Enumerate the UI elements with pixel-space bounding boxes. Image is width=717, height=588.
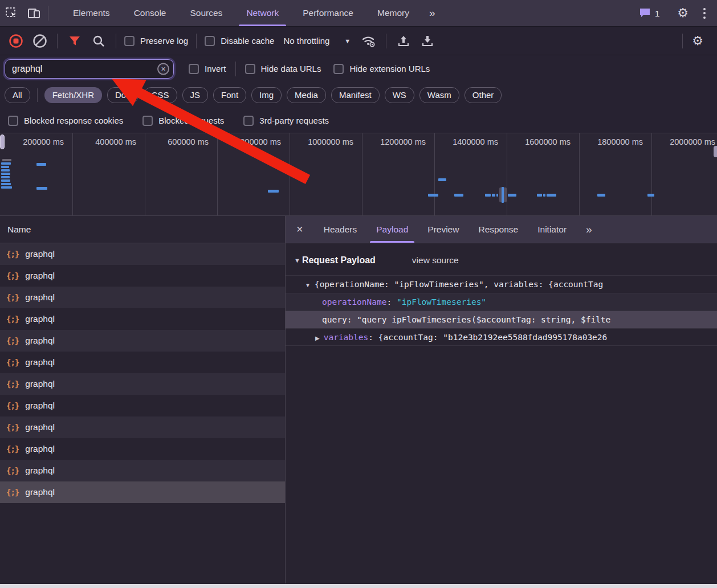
tabbar-separator: [48, 6, 48, 21]
tab-memory[interactable]: Memory: [365, 0, 421, 26]
collapsed-triangle-icon[interactable]: ▶: [315, 329, 320, 346]
request-row[interactable]: {;}graphql: [0, 460, 285, 481]
preserve-log-checkbox[interactable]: Preserve log: [124, 36, 188, 46]
clear-network-log-button[interactable]: [31, 32, 49, 50]
record-network-log-button[interactable]: [7, 32, 25, 50]
checkbox-box[interactable]: [333, 64, 344, 74]
timeline-tick-label: 2000000 ms: [651, 137, 717, 149]
timeline-tick-label: 1000000 ms: [290, 137, 362, 149]
waterfall-bar: [647, 194, 654, 197]
filter-chip-other[interactable]: Other: [465, 87, 502, 104]
clear-filter-icon[interactable]: ×: [157, 63, 169, 75]
tab-performance[interactable]: Performance: [291, 0, 365, 26]
request-row[interactable]: {;}graphql: [0, 416, 285, 438]
request-name: graphql: [25, 271, 55, 281]
network-filter-row: × Invert Hide data URLs Hide extension U…: [0, 55, 717, 82]
request-row[interactable]: {;}graphql: [0, 243, 285, 265]
filter-chip-js[interactable]: JS: [182, 87, 209, 104]
filter-chip-img[interactable]: Img: [251, 87, 282, 104]
payload-row[interactable]: ▼{operationName: "ipFlowTimeseries", var…: [286, 275, 717, 293]
tab-sources[interactable]: Sources: [178, 0, 235, 26]
network-settings-gear-icon[interactable]: ⚙: [685, 34, 710, 48]
request-row[interactable]: {;}graphql: [0, 265, 285, 287]
devtools-kebab-menu-icon[interactable]: [695, 8, 714, 19]
payload-row[interactable]: operationName: "ipFlowTimeseries": [286, 293, 717, 311]
collapse-triangle-icon[interactable]: ▼: [294, 257, 300, 264]
request-row[interactable]: {;}graphql: [0, 481, 285, 503]
request-row[interactable]: {;}graphql: [0, 330, 285, 352]
request-name: graphql: [25, 487, 55, 497]
more-tabs-chevron-icon[interactable]: »: [421, 0, 445, 26]
filter-chip-all[interactable]: All: [5, 87, 30, 104]
tab-elements[interactable]: Elements: [61, 0, 122, 26]
blocked-requests-checkbox[interactable]: Blocked requests: [142, 116, 224, 126]
detail-tab-response[interactable]: Response: [469, 216, 528, 243]
request-name: graphql: [25, 249, 55, 259]
request-row[interactable]: {;}graphql: [0, 438, 285, 460]
request-row[interactable]: {;}graphql: [0, 373, 285, 395]
hide-extension-urls-checkbox[interactable]: Hide extension URLs: [333, 64, 430, 74]
detail-tab-initiator[interactable]: Initiator: [528, 216, 576, 243]
export-har-icon[interactable]: [418, 32, 437, 50]
checkbox-box[interactable]: [124, 36, 135, 46]
invert-checkbox[interactable]: Invert: [189, 64, 226, 74]
json-fetch-icon: {;}: [6, 293, 19, 302]
network-overview-timeline[interactable]: 200000 ms400000 ms600000 ms800000 ms1000…: [0, 133, 717, 216]
device-toolbar-icon[interactable]: [23, 0, 46, 26]
request-row[interactable]: {;}graphql: [0, 395, 285, 416]
tab-network[interactable]: Network: [234, 0, 291, 26]
search-icon[interactable]: [89, 32, 108, 50]
inspect-element-icon[interactable]: [0, 0, 23, 26]
expanded-triangle-icon[interactable]: ▼: [305, 276, 311, 293]
detail-tab-preview[interactable]: Preview: [418, 216, 469, 243]
json-fetch-icon: {;}: [6, 379, 19, 389]
request-row[interactable]: {;}graphql: [0, 308, 285, 330]
filter-chip-css[interactable]: CSS: [144, 87, 177, 104]
json-fetch-icon: {;}: [6, 358, 19, 367]
blocked-response-cookies-checkbox[interactable]: Blocked response cookies: [8, 116, 123, 126]
tab-console[interactable]: Console: [122, 0, 178, 26]
issues-button[interactable]: 1: [633, 7, 665, 20]
code-segment: : "query ipFlowTimeseries($accountTag: s…: [347, 315, 611, 324]
issues-bubble-icon: [639, 7, 651, 20]
filter-chip-font[interactable]: Font: [213, 87, 246, 104]
request-rows: {;}graphql{;}graphql{;}graphql{;}graphql…: [0, 243, 285, 503]
disable-cache-checkbox[interactable]: Disable cache: [205, 36, 274, 46]
code-segment: : {accountTag: "b12e3b2192ee5588fdad9951…: [368, 333, 607, 342]
throttling-dropdown[interactable]: No throttling ▼: [280, 36, 354, 46]
filter-chip-doc[interactable]: Doc: [107, 87, 138, 104]
detail-tab-headers[interactable]: Headers: [314, 216, 367, 243]
checkbox-box[interactable]: [142, 116, 153, 126]
checkbox-box[interactable]: [205, 36, 215, 46]
3rd-party-requests-checkbox[interactable]: 3rd-party requests: [243, 116, 329, 126]
code-segment: :: [387, 297, 397, 307]
filter-chip-media[interactable]: Media: [287, 87, 326, 104]
filter-input[interactable]: [5, 60, 173, 78]
checkbox-box[interactable]: [243, 116, 254, 126]
request-row[interactable]: {;}graphql: [0, 352, 285, 373]
chip-separator: [37, 88, 38, 102]
detail-tab-payload[interactable]: Payload: [366, 216, 418, 243]
waterfall-bar: [454, 194, 463, 197]
json-fetch-icon: {;}: [6, 444, 19, 454]
detail-more-tabs-chevron-icon[interactable]: »: [576, 216, 603, 243]
filter-chip-fetch-xhr[interactable]: Fetch/XHR: [44, 87, 102, 104]
checkbox-box[interactable]: [245, 64, 255, 74]
filter-chip-manifest[interactable]: Manifest: [331, 87, 380, 104]
filter-chip-ws[interactable]: WS: [385, 87, 414, 104]
request-row[interactable]: {;}graphql: [0, 287, 285, 308]
checkbox-box[interactable]: [8, 116, 18, 126]
filter-chip-wasm[interactable]: Wasm: [419, 87, 459, 104]
timeline-tick-label: 800000 ms: [217, 137, 290, 149]
filter-button[interactable]: [66, 32, 84, 50]
view-source-link[interactable]: view source: [412, 255, 459, 266]
name-column-header[interactable]: Name: [0, 216, 285, 243]
payload-row[interactable]: query: "query ipFlowTimeseries($accountT…: [286, 311, 717, 328]
import-har-icon[interactable]: [394, 32, 413, 50]
close-details-icon[interactable]: ×: [286, 216, 314, 243]
hide-data-urls-checkbox[interactable]: Hide data URLs: [245, 64, 321, 74]
network-conditions-icon[interactable]: [360, 32, 378, 50]
checkbox-box[interactable]: [189, 64, 199, 74]
payload-row[interactable]: ▶variables: {accountTag: "b12e3b2192ee55…: [286, 328, 717, 346]
devtools-settings-gear-icon[interactable]: ⚙: [670, 6, 695, 21]
